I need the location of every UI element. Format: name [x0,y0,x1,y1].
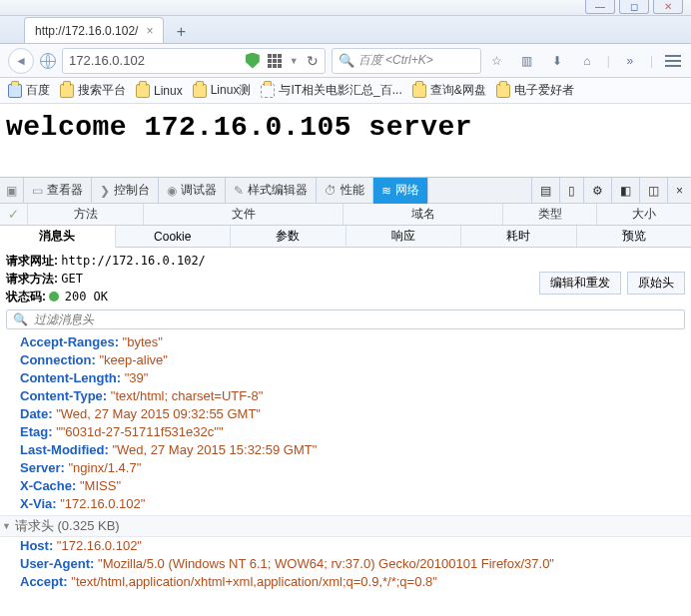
header-line: Last-Modified: "Wed, 27 May 2015 15:32:5… [0,441,691,459]
close-devtools-icon[interactable]: × [667,178,691,204]
bookmark-item[interactable]: 百度 [8,82,50,99]
bookmarks-sidebar-icon[interactable]: ▥ [517,54,537,68]
req-tab-timing[interactable]: 耗时 [461,226,577,247]
qr-icon[interactable] [268,54,282,68]
header-key: Connection: [20,352,96,367]
folder-icon [412,84,426,98]
header-line: Content-Length: "39" [0,369,691,387]
favicon-icon [8,84,22,98]
status-check-icon: ✓ [0,204,28,225]
url-input[interactable] [69,53,240,68]
tab-style-editor[interactable]: ✎样式编辑器 [226,178,317,204]
header-value: "Wed, 27 May 2015 15:32:59 GMT" [112,442,317,457]
tab-console[interactable]: ❯控制台 [92,178,159,204]
req-tab-preview[interactable]: 预览 [577,226,692,247]
new-tab-button[interactable]: + [168,21,194,43]
req-tab-cookies[interactable]: Cookie [116,226,232,247]
gear-icon[interactable]: ⚙ [583,178,611,204]
tab-inspector[interactable]: ▭查看器 [24,178,92,204]
req-tab-params[interactable]: 参数 [231,226,346,247]
dock-toggle-icon[interactable]: ◧ [611,178,639,204]
overflow-icon[interactable]: » [620,54,640,68]
status-dot-icon [49,292,59,302]
bookmark-item[interactable]: 与IT相关电影汇总_百... [261,82,401,99]
header-line: Connection: "keep-alive" [0,351,691,369]
header-value: "172.16.0.102" [60,496,145,511]
close-window-button[interactable]: ✕ [653,0,683,14]
bookmark-item[interactable]: 电子爱好者 [496,82,574,99]
header-value: "text/html,application/xhtml+xml,applica… [71,574,437,589]
req-tab-response[interactable]: 响应 [346,226,462,247]
bookmark-item[interactable]: 查询&网盘 [412,82,486,99]
devtools-toggle-icon[interactable]: ▣ [0,178,24,204]
filter-headers-input[interactable] [34,312,678,326]
folder-icon [60,84,74,98]
search-placeholder: 百度 <Ctrl+K> [358,52,433,69]
close-tab-icon[interactable]: × [146,24,153,38]
header-value: "MISS" [80,478,121,493]
window-controls: — ◻ ✕ [0,0,691,16]
col-file[interactable]: 文件 [144,204,344,225]
bookmark-label: 与IT相关电影汇总_百... [279,82,401,99]
header-line: Accept: "text/html,application/xhtml+xml… [0,573,691,591]
bookmark-item[interactable]: Linux [136,84,183,98]
header-key: Content-Type: [20,388,107,403]
header-value: "keep-alive" [99,352,168,367]
headers-panel: Accept-Ranges: "bytes"Connection: "keep-… [0,331,691,606]
devtools-tabs: ▣ ▭查看器 ❯控制台 ◉调试器 ✎样式编辑器 ⏱性能 ≋网络 ▤ ▯ ⚙ ◧ … [0,178,691,204]
page-content: welcome 172.16.0.105 server [0,104,691,147]
col-method[interactable]: 方法 [28,204,144,225]
header-line: Date: "Wed, 27 May 2015 09:32:55 GMT" [0,405,691,423]
bookmark-item[interactable]: Linux测 [193,82,252,99]
dropdown-icon[interactable]: ▼ [290,56,299,66]
header-value: "bytes" [123,334,163,349]
tab-strip: http://172.16.0.102/ × + [0,16,691,44]
header-key: Last-Modified: [20,442,109,457]
bookmark-label: Linux测 [211,82,252,99]
menu-button[interactable] [663,55,683,67]
header-value: "Wed, 27 May 2015 09:32:55 GMT" [56,406,261,421]
bookmarks-bar: 百度 搜索平台 Linux Linux测 与IT相关电影汇总_百... 查询&网… [0,78,691,104]
raw-headers-button[interactable]: 原始头 [627,272,685,295]
col-size[interactable]: 大小 [597,204,691,225]
req-tab-headers[interactable]: 消息头 [0,226,116,248]
dock-side-icon[interactable]: ▤ [531,178,559,204]
tab-debugger[interactable]: ◉调试器 [159,178,226,204]
bookmark-label: 百度 [26,82,50,99]
star-icon[interactable]: ☆ [487,54,507,68]
bookmark-item[interactable]: 搜索平台 [60,82,126,99]
req-url-label: 请求网址: [6,254,58,268]
header-key: Host: [20,538,53,553]
col-type[interactable]: 类型 [503,204,597,225]
downloads-icon[interactable]: ⬇ [547,54,567,68]
tab-title: http://172.16.0.102/ [35,24,138,38]
popout-icon[interactable]: ◫ [639,178,667,204]
header-line: User-Agent: "Mozilla/5.0 (Windows NT 6.1… [0,555,691,573]
tab-network[interactable]: ≋网络 [373,178,428,204]
header-line: Server: "nginx/1.4.7" [0,459,691,477]
page-heading: welcome 172.16.0.105 server [6,112,685,143]
back-button[interactable]: ◄ [8,48,34,74]
responsive-icon[interactable]: ▯ [559,178,583,204]
folder-icon [496,84,510,98]
maximize-button[interactable]: ◻ [619,0,649,14]
home-icon[interactable]: ⌂ [577,54,597,68]
col-domain[interactable]: 域名 [344,204,503,225]
url-box[interactable]: ▼ ↻ [62,48,326,74]
tab-performance[interactable]: ⏱性能 [317,178,373,204]
filter-search-icon: 🔍 [13,312,28,326]
header-value: ""6031d-27-51711f531e32c"" [56,424,223,439]
header-line: X-Cache: "MISS" [0,477,691,495]
reload-icon[interactable]: ↻ [307,53,319,69]
search-box[interactable]: 🔍 百度 <Ctrl+K> [332,48,481,74]
request-headers-section[interactable]: ▼请求头 (0.325 KB) [0,515,691,537]
folder-icon [136,84,150,98]
bookmark-label: 查询&网盘 [430,82,486,99]
bookmark-label: 电子爱好者 [514,82,574,99]
toolbar-right: ☆ ▥ ⬇ ⌂ | » | [487,54,683,68]
minimize-button[interactable]: — [585,0,615,14]
edit-resend-button[interactable]: 编辑和重发 [539,272,621,295]
header-value: "Mozilla/5.0 (Windows NT 6.1; WOW64; rv:… [98,556,554,571]
browser-tab[interactable]: http://172.16.0.102/ × [24,17,164,43]
shield-icon[interactable] [246,53,260,69]
